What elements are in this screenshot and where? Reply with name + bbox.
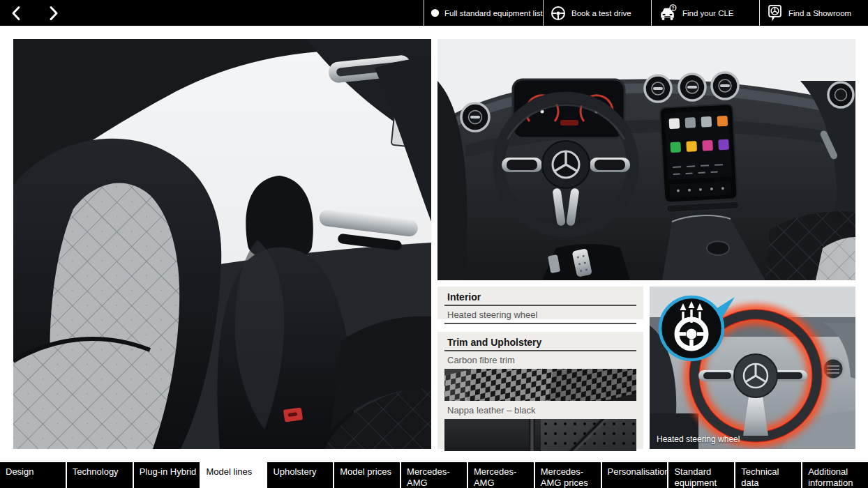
page-nav-arrows — [0, 0, 424, 26]
find-your-cle-button[interactable]: ? Find your CLE — [651, 0, 759, 26]
tab-mercedes-amg[interactable]: Mercedes-AMG — [400, 462, 467, 488]
tab-model-prices[interactable]: Model prices — [333, 462, 400, 488]
seatbelt-buckle — [283, 407, 303, 422]
infotainment-screen — [660, 104, 740, 212]
svg-text:?: ? — [671, 5, 674, 10]
interior-panel-title: Interior — [444, 289, 636, 306]
tab-standard-equipment[interactable]: Standard equipment — [667, 462, 734, 488]
bullet-circle-icon — [431, 8, 440, 17]
trim-item-label: Nappa leather – black — [444, 402, 636, 417]
cle-brochure-page: Full standard equipment list Book a test… — [0, 0, 868, 488]
feature-caption: Heated steering wheel — [657, 434, 740, 444]
tab-model-lines[interactable]: Model lines — [200, 462, 267, 488]
trim-panel-title: Trim and Upholstery — [444, 335, 636, 351]
bottom-nav: Design Technology Plug-in Hybrid Model l… — [0, 462, 868, 488]
interior-panel-item: Heated steering wheel — [444, 306, 636, 324]
tab-design[interactable]: Design — [0, 462, 66, 488]
interior-panel: Interior Heated steering wheel — [437, 287, 643, 319]
tab-technology[interactable]: Technology — [66, 462, 133, 488]
dashboard-cockpit-photo — [437, 39, 855, 280]
top-action-label: Book a test drive — [571, 9, 631, 17]
top-action-label: Full standard equipment list — [444, 9, 543, 17]
cabin-seats-photo — [13, 39, 431, 449]
nappa-leather-swatch — [444, 419, 636, 451]
tab-mercedes-amg-prices[interactable]: Mercedes-AMG prices — [534, 462, 601, 488]
tab-upholstery[interactable]: Upholstery — [266, 462, 333, 488]
tab-plug-in-hybrid[interactable]: Plug-in Hybrid — [133, 462, 200, 488]
full-standard-equipment-list-button[interactable]: Full standard equipment list — [424, 0, 543, 26]
next-page-button[interactable] — [43, 3, 63, 23]
chevron-left-icon — [8, 5, 25, 22]
top-bar: Full standard equipment list Book a test… — [0, 0, 868, 26]
car-question-icon: ? — [658, 4, 678, 22]
chevron-right-icon — [45, 5, 61, 22]
book-test-drive-button[interactable]: Book a test drive — [543, 0, 651, 26]
tab-technical-data[interactable]: Technical data — [734, 462, 801, 488]
top-action-label: Find a Showroom — [788, 9, 851, 17]
steering-wheel-icon — [550, 5, 567, 22]
top-action-label: Find your CLE — [682, 9, 734, 17]
tab-additional-information[interactable]: Additional information — [801, 462, 868, 488]
prev-page-button[interactable] — [7, 3, 27, 23]
trim-item-label: Carbon fibre trim — [444, 351, 636, 367]
tab-personalisation[interactable]: Personalisation — [601, 462, 668, 488]
carbon-fibre-swatch — [444, 369, 636, 401]
find-a-showroom-button[interactable]: Find a Showroom — [759, 0, 868, 26]
tab-mercedes-amg-upholstery[interactable]: Mercedes-AMG upholstery — [467, 462, 534, 488]
trim-upholstery-panel: Trim and Upholstery Carbon fibre trim Na… — [437, 332, 643, 449]
showroom-pin-icon — [766, 3, 784, 22]
heated-steering-wheel-card: Heated steering wheel — [650, 287, 855, 449]
